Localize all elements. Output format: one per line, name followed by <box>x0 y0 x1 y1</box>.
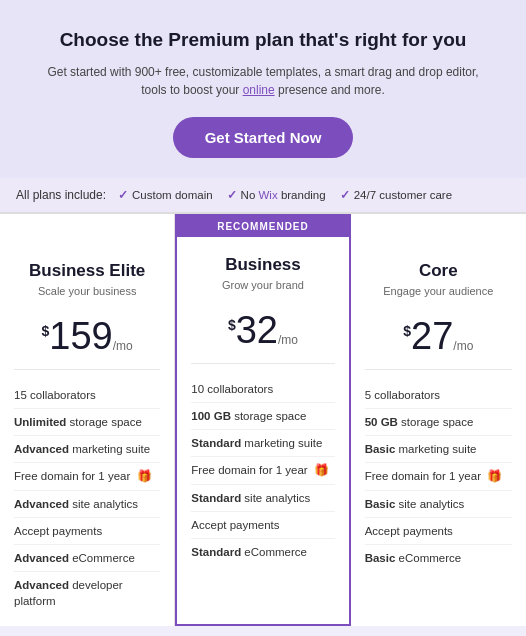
plan-name-elite: Business Elite <box>14 261 160 281</box>
features-business: 10 collaborators 100 GB storage space St… <box>177 364 348 577</box>
feature-elite-1: 15 collaborators <box>14 382 160 409</box>
include-custom-domain: ✓ Custom domain <box>118 188 213 202</box>
price-mo-business: /mo <box>278 333 298 347</box>
feature-business-6: Accept payments <box>191 512 334 539</box>
price-dollar-elite: $ <box>42 323 50 339</box>
plan-tagline-elite: Scale your business <box>14 285 160 297</box>
plan-card-business: RECOMMENDED Business Grow your brand $ 3… <box>175 214 350 627</box>
features-core: 5 collaborators 50 GB storage space Basi… <box>351 370 526 583</box>
feature-business-1: 10 collaborators <box>191 376 334 403</box>
feature-core-7: Basic eCommerce <box>365 545 512 571</box>
check-icon-3: ✓ <box>340 188 350 202</box>
feature-core-1: 5 collaborators <box>365 382 512 409</box>
header-subtitle: Get started with 900+ free, customizable… <box>40 63 486 99</box>
include-2-text: No Wix branding <box>241 189 326 201</box>
get-started-button[interactable]: Get Started Now <box>173 117 354 158</box>
price-amount-core: 27 <box>411 317 453 355</box>
feature-core-5: Basic site analytics <box>365 491 512 518</box>
plan-price-elite: $ 159 /mo <box>0 307 174 369</box>
check-icon-1: ✓ <box>118 188 128 202</box>
feature-elite-5: Advanced site analytics <box>14 491 160 518</box>
price-amount-elite: 159 <box>49 317 112 355</box>
page-title: Choose the Premium plan that's right for… <box>40 28 486 53</box>
includes-label: All plans include: <box>16 188 106 202</box>
plan-tagline-core: Engage your audience <box>365 285 512 297</box>
feature-elite-3: Advanced marketing suite <box>14 436 160 463</box>
plans-grid: Business Elite Scale your business $ 159… <box>0 213 526 627</box>
feature-elite-8: Advanced developer platform <box>14 572 160 614</box>
header-section: Choose the Premium plan that's right for… <box>0 0 526 178</box>
gift-icon-business: 🎁 <box>314 463 329 477</box>
plan-header-business: Business Grow your brand <box>177 237 348 301</box>
price-mo-core: /mo <box>453 339 473 353</box>
include-1-text: Custom domain <box>132 189 213 201</box>
feature-core-6: Accept payments <box>365 518 512 545</box>
price-mo-elite: /mo <box>113 339 133 353</box>
include-3-text: 24/7 customer care <box>354 189 452 201</box>
gift-icon-elite: 🎁 <box>137 469 152 483</box>
plan-tagline-business: Grow your brand <box>191 279 334 291</box>
plan-header-core: Core Engage your audience <box>351 243 526 307</box>
feature-business-5: Standard site analytics <box>191 485 334 512</box>
feature-business-3: Standard marketing suite <box>191 430 334 457</box>
feature-business-4: Free domain for 1 year 🎁 <box>191 457 334 485</box>
plan-card-business-elite: Business Elite Scale your business $ 159… <box>0 214 175 627</box>
feature-core-4: Free domain for 1 year 🎁 <box>365 463 512 491</box>
price-amount-business: 32 <box>236 311 278 349</box>
plans-includes-bar: All plans include: ✓ Custom domain ✓ No … <box>0 178 526 213</box>
gift-icon-core: 🎁 <box>487 469 502 483</box>
feature-elite-4: Free domain for 1 year 🎁 <box>14 463 160 491</box>
features-elite: 15 collaborators Unlimited storage space… <box>0 370 174 627</box>
non-featured-spacer-1 <box>0 214 174 243</box>
plan-price-core: $ 27 /mo <box>351 307 526 369</box>
plan-name-business: Business <box>191 255 334 275</box>
feature-elite-7: Advanced eCommerce <box>14 545 160 572</box>
recommended-badge: RECOMMENDED <box>177 216 348 237</box>
subtitle-highlight: online <box>243 83 275 97</box>
feature-core-3: Basic marketing suite <box>365 436 512 463</box>
price-dollar-business: $ <box>228 317 236 333</box>
check-icon-2: ✓ <box>227 188 237 202</box>
feature-elite-2: Unlimited storage space <box>14 409 160 436</box>
price-dollar-core: $ <box>403 323 411 339</box>
feature-core-2: 50 GB storage space <box>365 409 512 436</box>
plan-price-business: $ 32 /mo <box>177 301 348 363</box>
wix-text: Wix <box>259 189 278 201</box>
feature-elite-6: Accept payments <box>14 518 160 545</box>
non-featured-spacer-2 <box>351 214 526 243</box>
feature-business-7: Standard eCommerce <box>191 539 334 565</box>
include-no-wix: ✓ No Wix branding <box>227 188 326 202</box>
include-customer-care: ✓ 24/7 customer care <box>340 188 452 202</box>
feature-business-2: 100 GB storage space <box>191 403 334 430</box>
plan-name-core: Core <box>365 261 512 281</box>
plan-header-elite: Business Elite Scale your business <box>0 243 174 307</box>
plan-card-core: Core Engage your audience $ 27 /mo 5 col… <box>351 214 526 627</box>
